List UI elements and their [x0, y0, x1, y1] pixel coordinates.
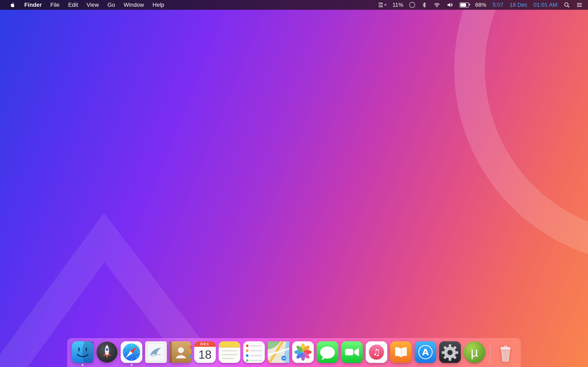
aux-battery-percent[interactable]: 11% — [393, 0, 403, 10]
apple-menu[interactable] — [5, 0, 20, 10]
desktop: Finder File Edit View Go Window Help OK … — [0, 0, 588, 367]
reminder-bullet — [246, 350, 249, 352]
calendar-day-label: 18 — [194, 346, 216, 363]
battery-level — [460, 3, 466, 7]
running-indicator — [131, 364, 132, 366]
calendar-icon: DEC 18 — [194, 341, 216, 363]
reminder-bullet — [246, 359, 249, 362]
system-preferences-icon — [439, 341, 461, 363]
reminders-icon — [243, 341, 265, 363]
utorrent-icon: µ — [464, 341, 485, 363]
dock-launchpad[interactable] — [96, 341, 118, 366]
dock-reminders[interactable] — [243, 341, 265, 366]
notes-line — [222, 354, 237, 355]
menu-view[interactable]: View — [82, 0, 103, 10]
dock-utorrent[interactable]: µ — [464, 341, 485, 366]
utorrent-mu-glyph: µ — [471, 345, 478, 360]
dock-ibooks[interactable] — [390, 341, 412, 366]
menu-finder[interactable]: Finder — [20, 0, 46, 10]
dock-calendar[interactable]: DEC 18 — [194, 341, 216, 366]
dock-mail[interactable] — [145, 341, 167, 366]
dock-finder[interactable] — [72, 341, 93, 366]
spotlight-icon[interactable] — [563, 0, 570, 10]
notification-center-icon[interactable] — [576, 0, 583, 10]
notes-yellow-strip — [219, 341, 240, 347]
wifi-icon[interactable] — [433, 0, 440, 10]
dock-contacts[interactable] — [170, 341, 191, 366]
menu-bar-left: Finder File Edit View Go Window Help — [5, 0, 169, 10]
dock-photos[interactable] — [292, 341, 314, 366]
facetime-icon — [341, 341, 363, 363]
finder-icon — [72, 341, 93, 363]
appstore-a-glyph: A — [422, 347, 429, 357]
contacts-icon — [170, 341, 191, 363]
trash-icon — [495, 341, 516, 363]
launchpad-icon — [96, 341, 118, 363]
dock-safari[interactable] — [121, 341, 142, 366]
battery-body — [459, 2, 469, 8]
bluetooth-icon[interactable] — [421, 0, 427, 10]
dock-messages[interactable] — [317, 341, 338, 366]
dock-system-preferences[interactable] — [439, 341, 461, 366]
menu-go[interactable]: Go — [103, 0, 119, 10]
reminder-bullet — [246, 354, 249, 357]
timer-text[interactable]: 5:07 — [493, 0, 503, 10]
wallpaper-chevron-decoration — [0, 0, 588, 367]
notes-line — [222, 358, 234, 359]
input-source-indicator[interactable]: OK OK — [379, 0, 387, 10]
running-indicator — [82, 364, 84, 366]
menu-bar: Finder File Edit View Go Window Help OK … — [0, 0, 588, 10]
itunes-note-glyph: ♫ — [373, 347, 380, 357]
dock-facetime[interactable] — [341, 341, 363, 366]
menu-window[interactable]: Window — [119, 0, 148, 10]
dock-appstore[interactable]: A — [415, 341, 436, 366]
dock-shelf: DEC 18 — [67, 338, 521, 367]
clock-text[interactable]: 01:01 AM — [534, 0, 557, 10]
input-source-top: OK — [379, 2, 383, 5]
ibooks-icon — [390, 341, 412, 363]
volume-icon[interactable] — [447, 0, 453, 10]
menu-bar-status-area: OK OK 11% — [373, 0, 583, 10]
menu-file[interactable]: File — [46, 0, 64, 10]
apple-logo-icon — [9, 2, 16, 8]
input-source-bottom: OK — [379, 5, 383, 8]
mail-icon — [145, 341, 167, 363]
maps-3d-badge: 3D — [282, 357, 285, 359]
dock-itunes[interactable]: ♫ — [366, 341, 387, 366]
battery-icon[interactable] — [459, 0, 469, 10]
reminder-bullet — [246, 345, 249, 347]
circle-status-icon[interactable] — [409, 0, 415, 10]
dock-maps[interactable]: 3D — [268, 341, 289, 366]
dock-separator — [490, 343, 490, 364]
menu-edit[interactable]: Edit — [64, 0, 82, 10]
maps-icon: 3D — [268, 341, 289, 363]
wallpaper — [0, 0, 588, 367]
reminder-line — [250, 360, 262, 361]
dock: DEC 18 — [67, 338, 521, 367]
appstore-icon: A — [415, 341, 436, 363]
date-text[interactable]: 18 Dec — [510, 0, 527, 10]
input-source-arrow-icon — [384, 3, 387, 7]
dock-trash[interactable] — [495, 341, 516, 366]
battery-percent[interactable]: 68% — [475, 0, 486, 10]
messages-icon — [317, 341, 338, 363]
input-source-label: OK OK — [379, 2, 383, 8]
notes-icon — [219, 341, 240, 363]
safari-icon — [121, 341, 142, 363]
circle-glyph — [409, 2, 415, 8]
photos-icon — [292, 341, 314, 363]
reminder-line — [250, 345, 262, 346]
menu-help[interactable]: Help — [148, 0, 169, 10]
dock-notes[interactable] — [219, 341, 240, 366]
itunes-icon: ♫ — [366, 341, 387, 363]
notes-line — [222, 350, 237, 351]
reminder-line — [250, 355, 262, 356]
reminder-line — [250, 350, 262, 351]
